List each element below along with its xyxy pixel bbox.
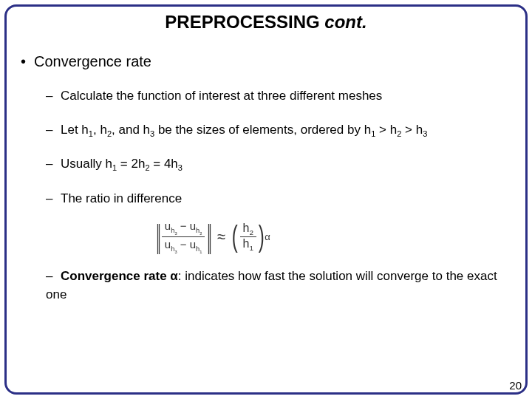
bullet-2: Let h1, h2, and h3 be the sizes of eleme… xyxy=(46,120,511,140)
bullet-1: Calculate the function of interest at th… xyxy=(46,86,511,106)
b1-text: Calculate the function of interest at th… xyxy=(61,89,382,103)
formula: || uh3 − uh2 uh3 − uh1 || ≈ ( h2 h1 ) α xyxy=(154,219,511,255)
alpha-exponent: α xyxy=(265,231,270,242)
bullet-3: Usually h1 = 2h2 = 4h3 xyxy=(46,154,511,174)
norm-left: || xyxy=(157,222,160,251)
paren-left: ( xyxy=(232,223,238,250)
lvl1-text: Convergence rate xyxy=(34,53,151,69)
title-italic: cont. xyxy=(324,12,366,32)
bullet-5: Convergence rate α: indicates how fast t… xyxy=(46,267,511,304)
paren-right: ) xyxy=(259,223,265,250)
norm-right: || xyxy=(208,222,211,251)
bullet-4: The ratio in difference xyxy=(46,189,511,208)
bullet-lvl1: Convergence rate xyxy=(21,53,511,70)
page-number: 20 xyxy=(509,379,522,392)
title-main: PREPROCESSING xyxy=(165,12,324,32)
approx-sign: ≈ xyxy=(213,228,230,245)
b4-text: The ratio in difference xyxy=(61,191,182,205)
frac-right: h2 h1 xyxy=(240,222,256,252)
content-area: Convergence rate Calculate the function … xyxy=(21,53,511,319)
slide: PREPROCESSING cont. Convergence rate Cal… xyxy=(0,0,532,399)
slide-title: PREPROCESSING cont. xyxy=(0,12,532,33)
frac-left: uh3 − uh2 uh3 − uh1 xyxy=(162,219,205,255)
